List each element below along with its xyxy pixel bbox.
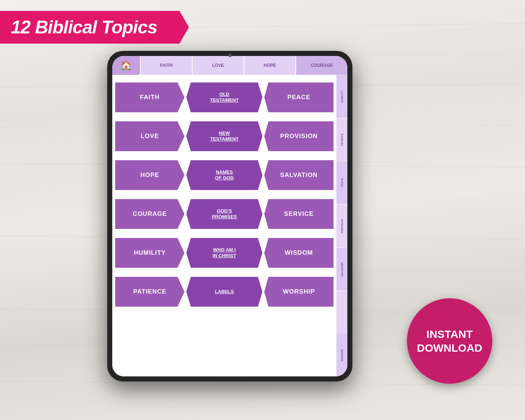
side-label-patience: PATIENCE [336, 118, 347, 161]
arrow-right-row5[interactable]: WISDOM [264, 238, 334, 268]
table-row: FAITH OLD TESTAMENT PEACE [115, 79, 334, 116]
side-label-worship: WORSHIP [336, 334, 347, 376]
arrow-left-patience[interactable]: PATIENCE [115, 277, 185, 307]
arrow-right-row3[interactable]: SALVATION [264, 160, 334, 190]
side-label-peace: PEACE [336, 161, 347, 204]
side-label-provision: PROVISION [336, 204, 347, 247]
side-label-salvation: SALVATION [336, 247, 347, 291]
arrow-center-row1[interactable]: OLD TESTAMENT [186, 82, 263, 112]
banner-title: 12 Biblical Topics [11, 17, 157, 38]
arrow-right-row4[interactable]: SERVICE [264, 199, 334, 229]
side-label-humility: HUMILITY [336, 75, 347, 118]
arrow-center-row2[interactable]: NEW TESTAMENT [186, 121, 263, 151]
tab-hope[interactable]: HOPE [244, 56, 296, 75]
arrow-center-row6[interactable]: LABELS [186, 277, 263, 307]
arrow-center-row4[interactable]: GOD'S PROMISES [186, 199, 263, 229]
table-row: COURAGE GOD'S PROMISES SERVICE [115, 196, 334, 232]
tab-love[interactable]: LOVE [192, 56, 244, 75]
instant-download-badge[interactable]: INSTANT DOWNLOAD [407, 298, 492, 384]
table-row: HUMILITY WHO AM I IN CHRIST WISDOM [115, 235, 334, 271]
content-body: FAITH OLD TESTAMENT PEACE LOVE NEW TESTA… [112, 75, 347, 376]
arrow-right-row2[interactable]: PROVISION [264, 121, 334, 151]
main-content: FAITH OLD TESTAMENT PEACE LOVE NEW TESTA… [112, 75, 336, 376]
arrow-left-love[interactable]: LOVE [115, 121, 185, 151]
tab-courage[interactable]: COURAGE [295, 56, 347, 75]
tab-faith[interactable]: FAITH [140, 56, 192, 75]
table-row: HOPE NAMES OF GOD SALVATION [115, 157, 334, 193]
banner: 12 Biblical Topics [0, 11, 189, 44]
side-labels: HUMILITY PATIENCE PEACE PROVISION SALVAT… [336, 75, 347, 376]
side-label-service [336, 291, 347, 334]
home-icon: 🏠 [120, 60, 132, 71]
tab-home[interactable]: 🏠 [112, 56, 140, 75]
arrow-left-hope[interactable]: HOPE [115, 160, 185, 190]
table-row: LOVE NEW TESTAMENT PROVISION [115, 118, 334, 154]
table-row: PATIENCE LABELS WORSHIP [115, 274, 334, 310]
tablet-camera [228, 54, 231, 57]
arrow-right-row6[interactable]: WORSHIP [264, 277, 334, 307]
arrow-left-humility[interactable]: HUMILITY [115, 238, 185, 268]
arrow-left-courage[interactable]: COURAGE [115, 199, 185, 229]
tablet-screen: 🏠 FAITH LOVE HOPE COURAGE FAITH OLD TEST… [112, 56, 347, 376]
arrow-center-row3[interactable]: NAMES OF GOD [186, 160, 263, 190]
tab-bar: 🏠 FAITH LOVE HOPE COURAGE [112, 56, 347, 75]
arrow-center-row5[interactable]: WHO AM I IN CHRIST [186, 238, 263, 268]
arrow-right-row1[interactable]: PEACE [264, 82, 334, 112]
arrow-left-faith[interactable]: FAITH [115, 82, 185, 112]
instant-download-text: INSTANT DOWNLOAD [412, 322, 488, 360]
tablet: 🏠 FAITH LOVE HOPE COURAGE FAITH OLD TEST… [107, 51, 352, 381]
